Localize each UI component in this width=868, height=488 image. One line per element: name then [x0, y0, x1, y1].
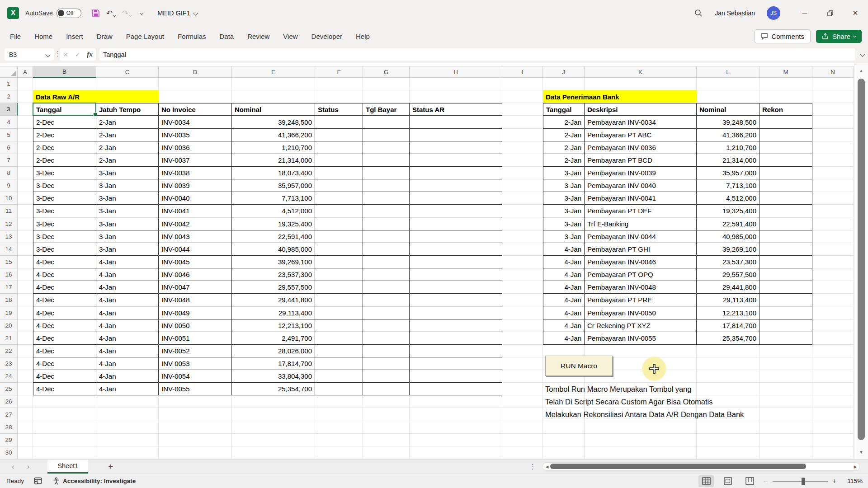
cell-B13[interactable]: 3-Dec [33, 230, 96, 243]
menu-tab-home[interactable]: Home [34, 33, 52, 40]
cell-M8[interactable] [760, 167, 812, 179]
cell-D18[interactable]: INV-0048 [159, 294, 232, 306]
cell-B14[interactable]: 3-Dec [33, 243, 96, 256]
cell-F12[interactable] [315, 217, 363, 230]
menu-tab-view[interactable]: View [283, 33, 297, 40]
cell-B9[interactable]: 3-Dec [33, 179, 96, 192]
cell-F14[interactable] [315, 243, 363, 256]
cell-D4[interactable]: INV-0034 [159, 116, 232, 129]
cell-M7[interactable] [760, 154, 812, 167]
cell-E17[interactable]: 29,557,500 [232, 281, 315, 294]
cell-F6[interactable] [315, 141, 363, 154]
cell-H8[interactable] [410, 167, 502, 179]
cell-J7[interactable]: 2-Jan [543, 154, 585, 167]
cell-G17[interactable] [363, 281, 410, 294]
cell-J20[interactable]: 4-Jan [543, 319, 585, 332]
cell-D24[interactable]: INV-0054 [159, 370, 232, 383]
excel-app-icon[interactable]: X [7, 7, 19, 19]
name-box[interactable]: B3 [5, 48, 54, 61]
cell-C14[interactable]: 3-Jan [96, 243, 159, 256]
row-header-22[interactable]: 22 [0, 345, 18, 357]
cell-D8[interactable]: INV-0038 [159, 167, 232, 179]
cell-M17[interactable] [760, 281, 812, 294]
cell-D7[interactable]: INV-0037 [159, 154, 232, 167]
cell-F7[interactable] [315, 154, 363, 167]
cell-E15[interactable]: 39,269,100 [232, 256, 315, 268]
autosave-toggle[interactable]: Off [57, 9, 81, 18]
minimize-button[interactable]: ─ [792, 3, 817, 23]
cell-C8[interactable]: 3-Jan [96, 167, 159, 179]
cell-J11[interactable]: 3-Jan [543, 205, 585, 217]
column-header-G[interactable]: G [363, 66, 410, 78]
cell-B15[interactable]: 4-Dec [33, 256, 96, 268]
cell-B23[interactable]: 4-Dec [33, 357, 96, 370]
cell-G3[interactable]: Tgl Bayar [363, 103, 410, 116]
cell-J13[interactable]: 3-Jan [543, 230, 585, 243]
cell-C5[interactable]: 2-Jan [96, 129, 159, 141]
comments-button[interactable]: Comments [755, 29, 811, 43]
column-header-A[interactable]: A [18, 66, 33, 78]
vertical-scrollbar[interactable]: ▲ ▼ [854, 63, 868, 459]
column-header-L[interactable]: L [697, 66, 760, 78]
cell-M19[interactable] [760, 306, 812, 319]
menu-tab-page-layout[interactable]: Page Layout [126, 33, 164, 40]
cell-E22[interactable]: 28,026,000 [232, 345, 315, 357]
cell-C16[interactable]: 4-Jan [96, 268, 159, 281]
cell-J18[interactable]: 4-Jan [543, 294, 585, 306]
row-header-1[interactable]: 1 [0, 78, 18, 90]
row-header-7[interactable]: 7 [0, 154, 18, 167]
cell-F19[interactable] [315, 306, 363, 319]
cell-J9[interactable]: 3-Jan [543, 179, 585, 192]
cell-L7[interactable]: 21,314,000 [697, 154, 760, 167]
cell-F3[interactable]: Status [315, 103, 363, 116]
cell-E5[interactable]: 41,366,200 [232, 129, 315, 141]
column-header-I[interactable]: I [502, 66, 543, 78]
cell-J4[interactable]: 2-Jan [543, 116, 585, 129]
cell-M12[interactable] [760, 217, 812, 230]
cell-M11[interactable] [760, 205, 812, 217]
cell-G25[interactable] [363, 383, 410, 395]
cell-F18[interactable] [315, 294, 363, 306]
cell-K11[interactable]: Pembayaran PT DEF [585, 205, 697, 217]
expand-formula-bar-icon[interactable] [860, 52, 865, 56]
row-header-23[interactable]: 23 [0, 357, 18, 370]
page-break-view-button[interactable] [742, 475, 757, 487]
cell-M20[interactable] [760, 319, 812, 332]
scroll-up-icon[interactable]: ▲ [854, 65, 868, 76]
accessibility-status[interactable]: Accessibility: Investigate [52, 477, 136, 485]
cell-L6[interactable]: 1,210,700 [697, 141, 760, 154]
cell-G4[interactable] [363, 116, 410, 129]
cell-J19[interactable]: 4-Jan [543, 306, 585, 319]
cell-G19[interactable] [363, 306, 410, 319]
run-macro-button[interactable]: RUN Macro [545, 356, 613, 376]
cell-K14[interactable]: Pembayaran PT GHI [585, 243, 697, 256]
cell-H6[interactable] [410, 141, 502, 154]
redo-button[interactable]: ↷ [120, 8, 134, 19]
normal-view-button[interactable] [698, 475, 714, 487]
horizontal-scrollbar-thumb[interactable] [550, 464, 806, 469]
cell-E13[interactable]: 22,591,400 [232, 230, 315, 243]
column-header-M[interactable]: M [760, 66, 812, 78]
cell-L18[interactable]: 29,113,400 [697, 294, 760, 306]
row-header-29[interactable]: 29 [0, 434, 18, 446]
horizontal-scrollbar[interactable]: ◀ ▶ [542, 462, 860, 471]
cell-D11[interactable]: INV-0041 [159, 205, 232, 217]
cell-F16[interactable] [315, 268, 363, 281]
save-button[interactable] [90, 7, 102, 19]
cell-F5[interactable] [315, 129, 363, 141]
zoom-level[interactable]: 115% [843, 478, 863, 484]
cell-C6[interactable]: 2-Jan [96, 141, 159, 154]
cell-E10[interactable]: 7,713,100 [232, 192, 315, 205]
undo-dropdown-icon[interactable] [113, 13, 116, 16]
cell-E9[interactable]: 35,957,000 [232, 179, 315, 192]
sheet-options-dots-icon[interactable]: ⋮ [529, 463, 536, 471]
cell-B6[interactable]: 2-Dec [33, 141, 96, 154]
cell-L15[interactable]: 23,537,300 [697, 256, 760, 268]
cell-L14[interactable]: 39,269,100 [697, 243, 760, 256]
cell-F15[interactable] [315, 256, 363, 268]
cell-H11[interactable] [410, 205, 502, 217]
cell-G20[interactable] [363, 319, 410, 332]
column-header-D[interactable]: D [159, 66, 232, 78]
menu-tab-formulas[interactable]: Formulas [178, 33, 206, 40]
row-header-2[interactable]: 2 [0, 90, 18, 103]
